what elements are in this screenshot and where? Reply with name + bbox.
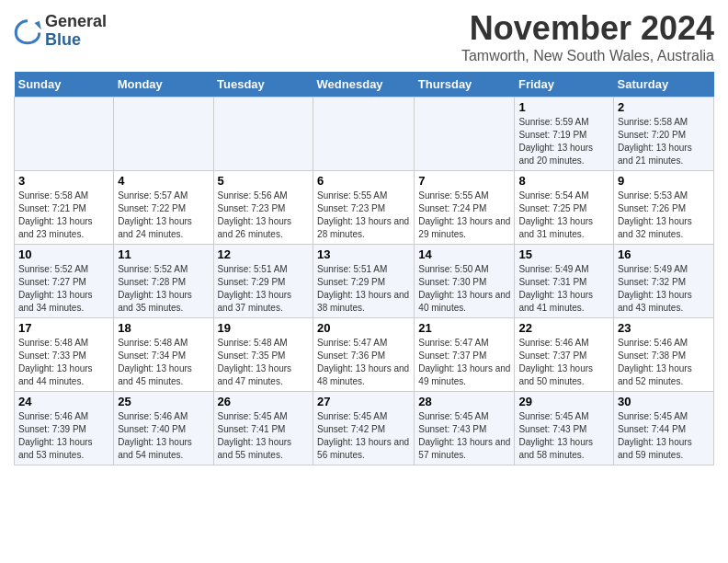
calendar-cell: 4Sunrise: 5:57 AM Sunset: 7:22 PM Daylig… [114,171,213,245]
day-number: 10 [18,247,109,261]
logo-general: General [45,13,107,31]
day-info: Sunrise: 5:53 AM Sunset: 7:26 PM Dayligh… [618,190,710,241]
logo-text: General Blue [45,13,107,50]
day-number: 9 [618,174,710,188]
day-info: Sunrise: 5:49 AM Sunset: 7:32 PM Dayligh… [618,263,710,315]
calendar-cell: 18Sunrise: 5:48 AM Sunset: 7:34 PM Dayli… [114,318,213,392]
calendar-cell: 29Sunrise: 5:45 AM Sunset: 7:43 PM Dayli… [515,392,614,465]
calendar-week-row: 17Sunrise: 5:48 AM Sunset: 7:33 PM Dayli… [15,318,714,392]
calendar-cell: 11Sunrise: 5:52 AM Sunset: 7:28 PM Dayli… [114,245,213,318]
day-info: Sunrise: 5:54 AM Sunset: 7:25 PM Dayligh… [518,190,609,241]
calendar-cell: 12Sunrise: 5:51 AM Sunset: 7:29 PM Dayli… [213,245,313,318]
day-number: 21 [418,321,510,335]
day-info: Sunrise: 5:46 AM Sunset: 7:39 PM Dayligh… [18,410,109,462]
day-number: 25 [118,395,209,408]
day-number: 19 [218,321,310,335]
weekday-header-monday: Monday [114,72,213,98]
day-info: Sunrise: 5:56 AM Sunset: 7:23 PM Dayligh… [218,190,310,241]
day-info: Sunrise: 5:47 AM Sunset: 7:36 PM Dayligh… [317,337,410,388]
day-number: 28 [418,395,510,408]
day-info: Sunrise: 5:52 AM Sunset: 7:27 PM Dayligh… [18,263,109,315]
day-number: 16 [618,247,710,261]
logo-icon [14,17,41,45]
calendar-cell: 10Sunrise: 5:52 AM Sunset: 7:27 PM Dayli… [15,245,114,318]
calendar-cell: 16Sunrise: 5:49 AM Sunset: 7:32 PM Dayli… [614,245,714,318]
calendar-cell: 7Sunrise: 5:55 AM Sunset: 7:24 PM Daylig… [415,171,515,245]
day-info: Sunrise: 5:58 AM Sunset: 7:20 PM Dayligh… [618,116,710,167]
day-info: Sunrise: 5:52 AM Sunset: 7:28 PM Dayligh… [118,263,209,315]
day-info: Sunrise: 5:45 AM Sunset: 7:41 PM Dayligh… [218,410,310,462]
header: General Blue November 2024 Tamworth, New… [14,9,714,64]
calendar-cell: 6Sunrise: 5:55 AM Sunset: 7:23 PM Daylig… [313,171,415,245]
day-info: Sunrise: 5:48 AM Sunset: 7:33 PM Dayligh… [18,337,109,388]
weekday-header-thursday: Thursday [415,72,515,98]
day-info: Sunrise: 5:46 AM Sunset: 7:38 PM Dayligh… [618,337,710,388]
day-info: Sunrise: 5:51 AM Sunset: 7:29 PM Dayligh… [218,263,310,315]
calendar-cell: 20Sunrise: 5:47 AM Sunset: 7:36 PM Dayli… [313,318,415,392]
month-title: November 2024 [461,9,714,48]
day-number: 14 [418,247,510,261]
day-number: 20 [317,321,410,335]
calendar-cell: 25Sunrise: 5:46 AM Sunset: 7:40 PM Dayli… [114,392,213,465]
weekday-header-friday: Friday [515,72,614,98]
calendar-cell: 5Sunrise: 5:56 AM Sunset: 7:23 PM Daylig… [213,171,313,245]
day-number: 11 [118,247,209,261]
day-number: 27 [317,395,410,408]
day-info: Sunrise: 5:45 AM Sunset: 7:44 PM Dayligh… [618,410,710,462]
calendar-cell [415,98,515,171]
day-number: 18 [118,321,209,335]
day-info: Sunrise: 5:58 AM Sunset: 7:21 PM Dayligh… [18,190,109,241]
day-info: Sunrise: 5:59 AM Sunset: 7:19 PM Dayligh… [518,116,609,167]
calendar-cell: 13Sunrise: 5:51 AM Sunset: 7:29 PM Dayli… [313,245,415,318]
day-number: 22 [518,321,609,335]
calendar-cell: 30Sunrise: 5:45 AM Sunset: 7:44 PM Dayli… [614,392,714,465]
day-number: 12 [218,247,310,261]
day-info: Sunrise: 5:51 AM Sunset: 7:29 PM Dayligh… [317,263,410,315]
calendar-week-row: 24Sunrise: 5:46 AM Sunset: 7:39 PM Dayli… [15,392,714,465]
day-info: Sunrise: 5:55 AM Sunset: 7:24 PM Dayligh… [418,190,510,241]
calendar-cell [114,98,213,171]
weekday-header-sunday: Sunday [15,72,114,98]
day-number: 24 [18,395,109,408]
day-number: 29 [518,395,609,408]
calendar-cell: 23Sunrise: 5:46 AM Sunset: 7:38 PM Dayli… [614,318,714,392]
day-info: Sunrise: 5:57 AM Sunset: 7:22 PM Dayligh… [118,190,209,241]
calendar-week-row: 1Sunrise: 5:59 AM Sunset: 7:19 PM Daylig… [15,98,714,171]
weekday-header-wednesday: Wednesday [313,72,415,98]
calendar-cell [15,98,114,171]
day-number: 1 [518,100,609,114]
logo: General Blue [14,13,107,50]
title-section: November 2024 Tamworth, New South Wales,… [461,9,714,64]
day-info: Sunrise: 5:45 AM Sunset: 7:42 PM Dayligh… [317,410,410,462]
day-info: Sunrise: 5:48 AM Sunset: 7:34 PM Dayligh… [118,337,209,388]
calendar-week-row: 3Sunrise: 5:58 AM Sunset: 7:21 PM Daylig… [15,171,714,245]
svg-marker-0 [35,21,42,30]
day-number: 4 [118,174,209,188]
weekday-header-saturday: Saturday [614,72,714,98]
day-number: 17 [18,321,109,335]
day-number: 15 [518,247,609,261]
day-info: Sunrise: 5:46 AM Sunset: 7:37 PM Dayligh… [518,337,609,388]
calendar-cell: 2Sunrise: 5:58 AM Sunset: 7:20 PM Daylig… [614,98,714,171]
day-number: 23 [618,321,710,335]
calendar-cell: 27Sunrise: 5:45 AM Sunset: 7:42 PM Dayli… [313,392,415,465]
day-number: 5 [218,174,310,188]
day-info: Sunrise: 5:55 AM Sunset: 7:23 PM Dayligh… [317,190,410,241]
calendar-cell: 26Sunrise: 5:45 AM Sunset: 7:41 PM Dayli… [213,392,313,465]
day-info: Sunrise: 5:45 AM Sunset: 7:43 PM Dayligh… [418,410,510,462]
calendar-cell: 21Sunrise: 5:47 AM Sunset: 7:37 PM Dayli… [415,318,515,392]
calendar-cell: 3Sunrise: 5:58 AM Sunset: 7:21 PM Daylig… [15,171,114,245]
day-info: Sunrise: 5:49 AM Sunset: 7:31 PM Dayligh… [518,263,609,315]
day-info: Sunrise: 5:48 AM Sunset: 7:35 PM Dayligh… [218,337,310,388]
calendar-table: SundayMondayTuesdayWednesdayThursdayFrid… [14,72,714,465]
calendar-cell: 22Sunrise: 5:46 AM Sunset: 7:37 PM Dayli… [515,318,614,392]
day-number: 26 [218,395,310,408]
calendar-cell: 24Sunrise: 5:46 AM Sunset: 7:39 PM Dayli… [15,392,114,465]
calendar-cell: 17Sunrise: 5:48 AM Sunset: 7:33 PM Dayli… [15,318,114,392]
calendar-cell: 9Sunrise: 5:53 AM Sunset: 7:26 PM Daylig… [614,171,714,245]
calendar-cell: 19Sunrise: 5:48 AM Sunset: 7:35 PM Dayli… [213,318,313,392]
weekday-header-row: SundayMondayTuesdayWednesdayThursdayFrid… [15,72,714,98]
day-number: 13 [317,247,410,261]
calendar-cell: 28Sunrise: 5:45 AM Sunset: 7:43 PM Dayli… [415,392,515,465]
day-info: Sunrise: 5:45 AM Sunset: 7:43 PM Dayligh… [518,410,609,462]
